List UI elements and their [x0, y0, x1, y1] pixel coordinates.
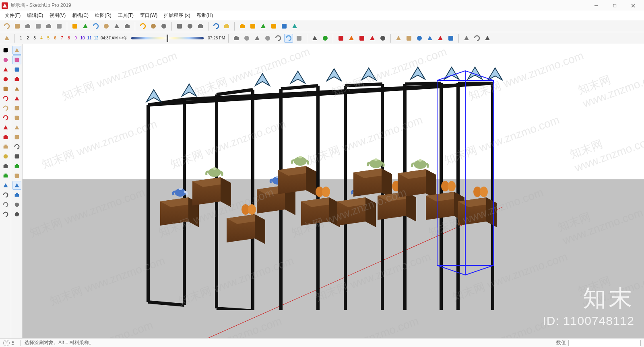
move4-icon[interactable]: [12, 113, 21, 122]
layers-icon[interactable]: [196, 22, 205, 31]
look-icon[interactable]: [12, 200, 21, 209]
cursor-yellow-icon[interactable]: [238, 22, 247, 31]
scale-icon[interactable]: [1, 133, 10, 142]
box-line-icon[interactable]: [55, 22, 64, 31]
stack-icon[interactable]: [123, 22, 132, 31]
menu-x[interactable]: 扩展程序 (x): [161, 11, 192, 20]
sound-icon[interactable]: [175, 22, 184, 31]
time-slider[interactable]: [131, 37, 204, 39]
rotrect-icon[interactable]: [12, 75, 21, 84]
pencil-icon[interactable]: [1, 65, 10, 74]
house-white-icon[interactable]: [23, 22, 32, 31]
rotate2-icon[interactable]: [12, 123, 21, 132]
menu-t[interactable]: 工具(T): [116, 11, 136, 20]
menu-e[interactable]: 编辑(E): [25, 11, 45, 20]
offset-icon[interactable]: [1, 142, 10, 151]
eraser-icon[interactable]: [1, 55, 10, 64]
ungroup-icon[interactable]: [321, 34, 330, 43]
note-icon[interactable]: [222, 22, 231, 31]
export-icon[interactable]: [102, 22, 111, 31]
menu-f[interactable]: 文件(F): [2, 11, 23, 20]
footprints2-icon[interactable]: [1, 210, 10, 219]
arc2-icon[interactable]: [12, 94, 21, 103]
menu-r[interactable]: 绘图(R): [93, 11, 114, 20]
polygon-icon[interactable]: [12, 84, 21, 93]
group-icon[interactable]: [310, 34, 319, 43]
clock-red-icon[interactable]: [336, 34, 345, 43]
menu-h[interactable]: 帮助(H): [194, 11, 216, 20]
cube-mono-icon[interactable]: [284, 34, 293, 43]
sphere-icon[interactable]: [149, 22, 158, 31]
select-icon[interactable]: [1, 46, 10, 55]
target-icon[interactable]: [473, 34, 481, 43]
window-close-button[interactable]: [624, 0, 642, 11]
arc-icon[interactable]: [1, 94, 10, 103]
window-minimize-button[interactable]: [587, 0, 605, 11]
clock-orange-icon[interactable]: [347, 34, 356, 43]
window-maximize-button[interactable]: [605, 0, 624, 11]
followme2-icon[interactable]: [12, 104, 21, 113]
move-arrows-icon[interactable]: [259, 22, 268, 31]
rotate-icon[interactable]: [1, 123, 10, 132]
zoom-extents-icon[interactable]: [436, 34, 445, 43]
zoom2-icon[interactable]: [1, 181, 10, 190]
cube-shaded-icon[interactable]: [242, 34, 251, 43]
person-teal-icon[interactable]: [290, 22, 299, 31]
footprints-icon[interactable]: [483, 34, 492, 43]
shadow-numstrip[interactable]: 123456789101112: [18, 35, 99, 42]
dimension-icon[interactable]: [12, 152, 21, 161]
pushpull-icon[interactable]: [1, 104, 10, 113]
menu-v[interactable]: 视图(V): [47, 11, 68, 20]
person-outline-icon[interactable]: [378, 34, 387, 43]
orbit-left-icon[interactable]: [394, 34, 403, 43]
tape-icon[interactable]: [1, 162, 10, 170]
box-open-icon[interactable]: [34, 22, 43, 31]
rectangle-icon[interactable]: [1, 75, 10, 84]
menu-w[interactable]: 窗口(W): [138, 11, 160, 20]
refresh-icon[interactable]: [81, 22, 90, 31]
eye-icon[interactable]: [462, 34, 471, 43]
cube-line-icon[interactable]: [232, 34, 241, 43]
scale2-icon[interactable]: [12, 133, 21, 142]
file-new-icon[interactable]: [2, 22, 11, 31]
followme-icon[interactable]: [1, 152, 10, 161]
orbit-right-icon[interactable]: [405, 34, 413, 43]
move-icon[interactable]: [1, 113, 10, 122]
pan-icon[interactable]: [12, 171, 21, 180]
file-open-icon[interactable]: [13, 22, 22, 31]
grid-camera-icon[interactable]: [159, 22, 168, 31]
equalizer-icon[interactable]: [186, 22, 194, 31]
house-line-icon[interactable]: [44, 22, 53, 31]
orbit2-icon[interactable]: [1, 171, 10, 180]
zoom-window-icon[interactable]: [425, 34, 434, 43]
eye2-icon[interactable]: [1, 200, 10, 209]
circle-icon[interactable]: [1, 84, 10, 93]
status-icon-help[interactable]: ?: [3, 340, 10, 346]
cube-hidden-icon[interactable]: [263, 34, 272, 43]
axes-icon[interactable]: [12, 162, 21, 170]
zoom-icon[interactable]: [415, 34, 424, 43]
status-icon-person[interactable]: [10, 340, 16, 346]
path-m-icon[interactable]: [269, 22, 278, 31]
cube-wire-icon[interactable]: [253, 34, 262, 43]
zoom-window2-icon[interactable]: [12, 181, 21, 190]
bucket-big-icon[interactable]: [12, 46, 21, 55]
chat-icon[interactable]: [212, 22, 221, 31]
print-icon[interactable]: [91, 22, 100, 31]
clock-red2-icon[interactable]: [357, 34, 366, 43]
person-blue-icon[interactable]: [280, 22, 289, 31]
path-m2-icon[interactable]: [368, 34, 377, 43]
eraser-big-icon[interactable]: [12, 55, 21, 64]
zoom-prev-icon[interactable]: [446, 34, 455, 43]
position-icon[interactable]: [12, 210, 21, 219]
section-icon[interactable]: [12, 142, 21, 151]
walk-icon[interactable]: [248, 22, 257, 31]
paint-bucket-icon[interactable]: [2, 34, 11, 43]
favorite-icon[interactable]: [70, 22, 79, 31]
cube-xray-icon[interactable]: [274, 34, 283, 43]
zoom-extents2-icon[interactable]: [12, 191, 21, 199]
freehand-icon[interactable]: [12, 65, 21, 74]
text-icon[interactable]: [1, 191, 10, 199]
cube-textured-icon[interactable]: [295, 34, 303, 43]
menu-c[interactable]: 相机(C): [70, 11, 91, 20]
